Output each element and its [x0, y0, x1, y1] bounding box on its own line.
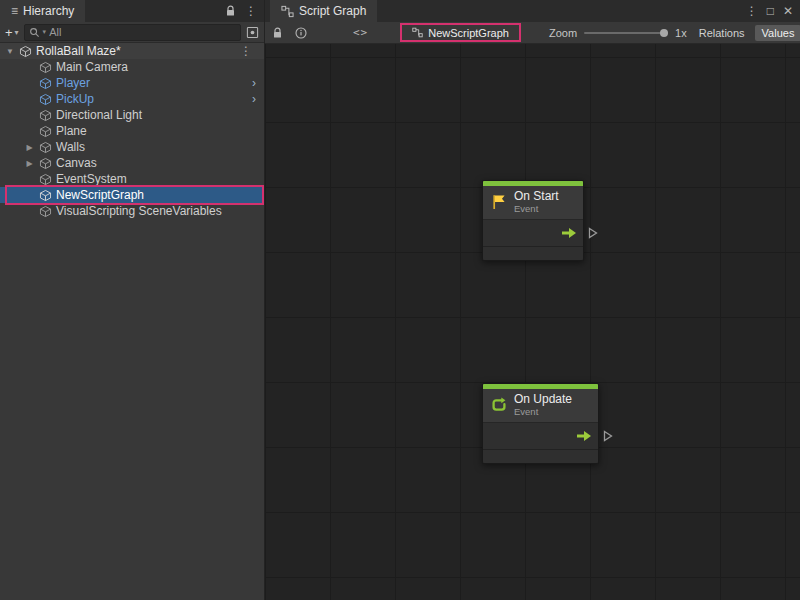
hierarchy-toolbar: + ▾ ▾ All [0, 22, 264, 43]
start-flag-icon [490, 193, 508, 211]
search-filter-caret-icon: ▾ [43, 28, 47, 36]
graph-name: NewScriptGraph [428, 27, 509, 39]
hierarchy-tabbar: ≡ Hierarchy ⋮ [0, 0, 264, 22]
hierarchy-item-newscriptgraph[interactable]: NewScriptGraph [0, 187, 264, 203]
node-on-update[interactable]: On Update Event [482, 383, 599, 464]
search-value: All [49, 26, 61, 38]
node-ports [483, 422, 598, 449]
hierarchy-item-walls[interactable]: ▶ Walls [0, 139, 264, 155]
graph-canvas[interactable]: On Start Event On Update Event [265, 44, 800, 600]
hierarchy-item-eventsystem[interactable]: EventSystem [0, 171, 264, 187]
expand-arrow-icon[interactable]: ▶ [24, 143, 35, 152]
expand-arrow-icon[interactable]: ▶ [24, 159, 35, 168]
zoom-slider-handle[interactable] [660, 29, 668, 37]
info-icon[interactable] [295, 27, 307, 39]
hierarchy-icon: ≡ [11, 5, 18, 17]
gameobject-icon [39, 61, 52, 74]
caret-down-icon: ▾ [15, 28, 19, 37]
prefab-icon [39, 77, 52, 90]
node-footer [483, 246, 583, 260]
zoom-slider[interactable] [584, 32, 668, 34]
script-graph-icon [412, 27, 423, 38]
add-gameobject-button[interactable]: + ▾ [5, 25, 19, 40]
hierarchy-item-directional-light[interactable]: Directional Light [0, 107, 264, 123]
gameobject-icon [39, 109, 52, 122]
gameobject-icon [39, 189, 52, 202]
output-flow-arrow-icon[interactable] [576, 430, 592, 442]
hierarchy-tab-icons: ⋮ [225, 0, 257, 22]
graph-tabbar: Script Graph ⋮ □ ✕ [265, 0, 800, 22]
scene-picker-icon[interactable] [246, 26, 259, 39]
hierarchy-item-canvas[interactable]: ▶ Canvas [0, 155, 264, 171]
zoom-control: Zoom 1x [549, 27, 687, 39]
gameobject-icon [39, 205, 52, 218]
item-label: Canvas [56, 156, 97, 170]
node-header[interactable]: On Start Event [483, 186, 583, 219]
add-label: + [5, 25, 13, 40]
connection-triangle-icon[interactable] [603, 430, 613, 442]
item-label: Main Camera [56, 60, 128, 74]
gameobject-icon [39, 141, 52, 154]
item-label: Plane [56, 124, 87, 138]
node-subtitle: Event [514, 407, 572, 418]
gameobject-icon [39, 173, 52, 186]
hierarchy-item-main-camera[interactable]: Main Camera [0, 59, 264, 75]
graph-toolbar-toggles: Relations Values Di [699, 25, 800, 41]
node-subtitle: Event [514, 204, 559, 215]
tab-hierarchy-label: Hierarchy [23, 4, 74, 18]
unity-editor-window: ≡ Hierarchy ⋮ + ▾ ▾ All ▼ [0, 0, 800, 600]
hierarchy-tree: ▼ RollaBall Maze* ⋮ Main Camera Player ›… [0, 43, 264, 219]
scene-menu-icon[interactable]: ⋮ [240, 45, 264, 57]
prefab-icon [39, 93, 52, 106]
script-graph-panel: Script Graph ⋮ □ ✕ <> NewScriptGraph Zoo… [265, 0, 800, 600]
edit-source-icon[interactable]: <> [353, 26, 368, 39]
connection-triangle-icon[interactable] [588, 227, 598, 239]
item-label: VisualScripting SceneVariables [56, 204, 222, 218]
item-label: Player [56, 76, 90, 90]
item-label: EventSystem [56, 172, 127, 186]
search-icon [29, 27, 40, 38]
scene-name: RollaBall Maze* [36, 44, 121, 58]
node-ports [483, 219, 583, 246]
tab-script-graph[interactable]: Script Graph [270, 0, 377, 22]
update-loop-icon [490, 396, 508, 414]
values-toggle[interactable]: Values [755, 25, 800, 41]
gameobject-icon [39, 157, 52, 170]
relations-toggle[interactable]: Relations [699, 27, 745, 39]
hierarchy-item-plane[interactable]: Plane [0, 123, 264, 139]
item-label: PickUp [56, 92, 94, 106]
close-icon[interactable]: ✕ [783, 5, 793, 17]
window-menu-icon[interactable]: ⋮ [746, 5, 758, 17]
output-flow-arrow-icon[interactable] [561, 227, 577, 239]
hierarchy-item-pickup[interactable]: PickUp › [0, 91, 264, 107]
zoom-label: Zoom [549, 27, 577, 39]
node-footer [483, 449, 598, 463]
lock-icon[interactable] [225, 5, 236, 17]
node-header[interactable]: On Update Event [483, 389, 598, 422]
graph-name-box[interactable]: NewScriptGraph [400, 23, 521, 42]
collapse-icon[interactable]: ▼ [5, 47, 15, 56]
hierarchy-panel: ≡ Hierarchy ⋮ + ▾ ▾ All ▼ [0, 0, 265, 600]
gameobject-icon [39, 125, 52, 138]
unity-scene-icon [19, 45, 32, 58]
tab-hierarchy[interactable]: ≡ Hierarchy [0, 0, 85, 22]
graph-lock-icon[interactable] [272, 27, 283, 39]
node-on-start[interactable]: On Start Event [482, 180, 584, 261]
item-label: NewScriptGraph [56, 188, 144, 202]
hierarchy-item-player[interactable]: Player › [0, 75, 264, 91]
maximize-icon[interactable]: □ [767, 5, 774, 17]
item-label: Walls [56, 140, 85, 154]
tab-script-graph-label: Script Graph [299, 4, 366, 18]
node-title: On Update [514, 393, 572, 407]
prefab-open-chevron-icon[interactable]: › [252, 76, 264, 90]
hierarchy-menu-icon[interactable]: ⋮ [245, 5, 257, 17]
graph-toolbar: <> NewScriptGraph Zoom 1x Relations Valu… [265, 22, 800, 44]
node-title: On Start [514, 190, 559, 204]
script-graph-tab-icon [281, 5, 294, 18]
hierarchy-item-visualscripting-scenevariables[interactable]: VisualScripting SceneVariables [0, 203, 264, 219]
prefab-open-chevron-icon[interactable]: › [252, 92, 264, 106]
window-controls: ⋮ □ ✕ [746, 0, 793, 22]
scene-row[interactable]: ▼ RollaBall Maze* ⋮ [0, 43, 264, 59]
item-label: Directional Light [56, 108, 142, 122]
search-input[interactable]: ▾ All [24, 24, 241, 41]
